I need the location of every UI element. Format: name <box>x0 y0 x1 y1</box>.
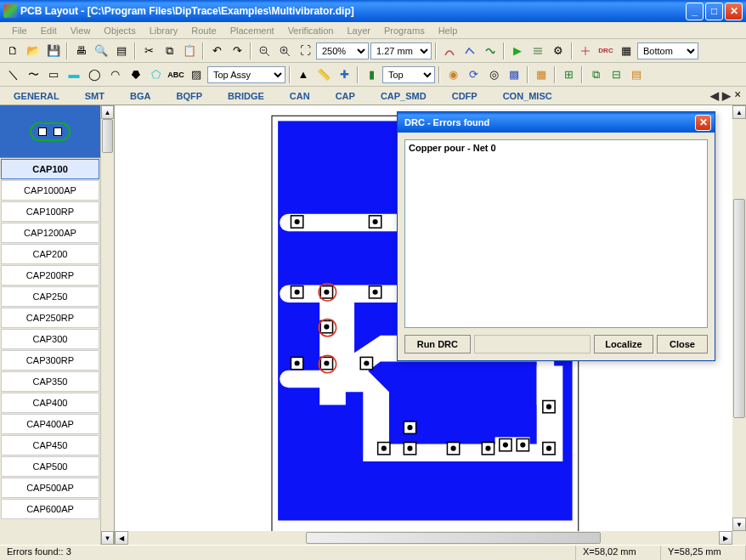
mhole-tool-icon[interactable]: ◎ <box>484 65 503 84</box>
sidebar-item[interactable]: CAP100RP <box>1 201 99 222</box>
autoroute-setup-icon[interactable] <box>528 42 547 60</box>
sidebar-item[interactable]: CAP600AP <box>1 499 99 519</box>
maximize-button[interactable]: □ <box>705 3 723 20</box>
cut-icon[interactable]: ✂ <box>139 42 158 60</box>
origin-tool-icon[interactable]: ✚ <box>335 65 353 84</box>
canvas-v-scrollbar[interactable]: ▲ ▼ <box>732 105 746 531</box>
measure-tool-icon[interactable]: 📏 <box>314 65 333 84</box>
sidebar-item[interactable]: CAP250 <box>1 286 99 307</box>
check-net-icon[interactable] <box>576 42 595 60</box>
side-combo[interactable]: Top <box>382 66 435 83</box>
pad-tool-icon[interactable]: ◉ <box>444 65 462 84</box>
scroll-right-icon[interactable]: ▶ <box>719 531 732 545</box>
tab-bga[interactable]: BGA <box>123 88 157 104</box>
print-icon[interactable]: 🖶 <box>71 42 90 60</box>
connection-mgr-icon[interactable]: ⧉ <box>586 65 605 84</box>
minimize-button[interactable]: _ <box>686 3 704 20</box>
sidebar-scrollbar[interactable]: ▲ ▼ <box>100 105 114 545</box>
sidebar-item[interactable]: CAP1000AP <box>1 180 99 201</box>
place-ratline-icon[interactable]: ⊞ <box>559 65 578 84</box>
sidebar-item[interactable]: CAP300 <box>1 329 99 349</box>
scroll-up-icon[interactable]: ▲ <box>101 105 114 119</box>
tab-bridge[interactable]: BRIDGE <box>221 88 271 104</box>
drc-error-item[interactable]: Copper pour - Net 0 <box>407 142 705 154</box>
copper-pour-icon[interactable]: ▩ <box>505 65 523 84</box>
save-file-icon[interactable]: 💾 <box>44 42 63 60</box>
scroll-down-icon[interactable]: ▼ <box>732 518 746 531</box>
layer-combo[interactable]: Bottom <box>637 42 698 59</box>
delete-tool-icon[interactable]: ▨ <box>187 65 206 84</box>
grid-combo[interactable]: 1.27 mm <box>370 42 432 59</box>
filled-poly-tool-icon[interactable]: ⬠ <box>146 65 165 84</box>
open-file-icon[interactable]: 📂 <box>24 42 42 60</box>
preview-icon[interactable]: 🔍 <box>92 42 110 60</box>
zoom-in-icon[interactable] <box>275 42 294 60</box>
route-setup-icon[interactable]: ⚙ <box>549 42 568 60</box>
route-manual-icon[interactable] <box>440 42 459 60</box>
sidebar-item[interactable]: CAP500AP <box>1 478 99 498</box>
menu-layer[interactable]: Layer <box>340 24 377 37</box>
tab-con-misc[interactable]: CON_MISC <box>496 88 559 104</box>
tab-can[interactable]: CAN <box>283 88 317 104</box>
menu-objects[interactable]: Objects <box>97 24 142 37</box>
sidebar-item[interactable]: CAP500 <box>1 456 99 477</box>
localize-button[interactable]: Localize <box>594 335 653 354</box>
menu-view[interactable]: View <box>64 24 98 37</box>
route-free-icon[interactable] <box>481 42 500 60</box>
menu-route[interactable]: Route <box>184 24 223 37</box>
poly-tool-icon[interactable]: ⯂ <box>126 65 144 84</box>
component-list-icon[interactable]: ▤ <box>627 65 646 84</box>
zoom-combo[interactable]: 250% <box>316 42 369 59</box>
filled-rect-tool-icon[interactable]: ▬ <box>65 65 83 84</box>
sidebar-item[interactable]: CAP200RP <box>1 265 99 286</box>
sidebar-item[interactable]: CAP300RP <box>1 350 99 371</box>
menu-edit[interactable]: Edit <box>34 24 64 37</box>
tab-general[interactable]: GENERAL <box>7 88 66 104</box>
copy-icon[interactable]: ⧉ <box>160 42 178 60</box>
tab-cap-smd[interactable]: CAP_SMD <box>374 88 433 104</box>
run-drc-button[interactable]: Run DRC <box>404 335 471 354</box>
text-tool-icon[interactable]: ABC <box>167 65 185 84</box>
sidebar-item[interactable]: CAP400AP <box>1 414 99 434</box>
ellipse-tool-icon[interactable]: ◯ <box>85 65 104 84</box>
sidebar-item[interactable]: CAP100 <box>1 159 99 179</box>
menu-placement[interactable]: Placement <box>223 24 281 37</box>
rect-tool-icon[interactable]: ▭ <box>44 65 63 84</box>
redo-icon[interactable]: ↷ <box>228 42 246 60</box>
tab-cap[interactable]: CAP <box>329 88 362 104</box>
arc-tool-icon[interactable]: ◠ <box>105 65 124 84</box>
run-autoroute-icon[interactable]: ▶ <box>508 42 527 60</box>
new-file-icon[interactable]: 🗋 <box>3 42 22 60</box>
tab-cdfp[interactable]: CDFP <box>445 88 484 104</box>
route-edit-icon[interactable] <box>461 42 479 60</box>
tab-bqfp[interactable]: BQFP <box>169 88 209 104</box>
net-mgr-icon[interactable]: ⊟ <box>607 65 625 84</box>
component-tool-icon[interactable]: ▮ <box>362 65 381 84</box>
polyline-tool-icon[interactable]: 〜 <box>24 65 42 84</box>
tab-smt[interactable]: SMT <box>78 88 111 104</box>
drc-error-list[interactable]: Copper pour - Net 0 <box>404 139 708 328</box>
undo-icon[interactable]: ↶ <box>207 42 226 60</box>
dialog-close-button[interactable]: Close <box>657 335 708 354</box>
zoom-window-icon[interactable]: ⛶ <box>296 42 314 60</box>
sidebar-item[interactable]: CAP200 <box>1 244 99 264</box>
drc-icon[interactable]: DRC <box>596 42 615 60</box>
scroll-down-icon[interactable]: ▼ <box>101 531 114 545</box>
zoom-out-icon[interactable] <box>255 42 274 60</box>
tab-scroll-right-icon[interactable]: ▶ <box>722 89 731 102</box>
dialog-titlebar[interactable]: DRC - Errors found ✕ <box>398 112 715 133</box>
via-tool-icon[interactable]: ⟳ <box>464 65 483 84</box>
menu-help[interactable]: Help <box>432 24 465 37</box>
assy-combo[interactable]: Top Assy <box>207 66 285 83</box>
table-tool-icon[interactable]: ▦ <box>532 65 551 84</box>
line-tool-icon[interactable]: ＼ <box>3 65 22 84</box>
titles-icon[interactable]: ▤ <box>112 42 131 60</box>
tab-close-icon[interactable]: ⨯ <box>734 89 741 102</box>
menu-library[interactable]: Library <box>143 24 185 37</box>
dialog-close-icon[interactable]: ✕ <box>695 115 711 131</box>
scroll-up-icon[interactable]: ▲ <box>732 105 746 119</box>
pointer-tool-icon[interactable]: ▲ <box>294 65 313 84</box>
sidebar-item[interactable]: CAP350 <box>1 371 99 392</box>
canvas-h-scrollbar[interactable]: ◀ ▶ <box>115 531 732 545</box>
sidebar-item[interactable]: CAP450 <box>1 435 99 455</box>
